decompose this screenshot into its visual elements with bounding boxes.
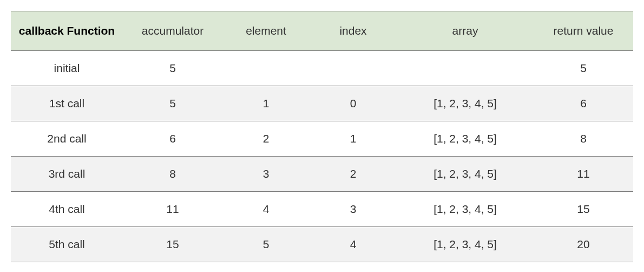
cell-return: 6 [534,86,633,121]
table-header: callback Function accumulator element in… [11,11,633,51]
header-index: index [310,11,397,51]
cell-index: 2 [310,157,397,192]
cell-element: 5 [222,227,310,262]
cell-call: 4th call [11,192,123,227]
cell-element: 3 [222,157,310,192]
cell-array: [1, 2, 3, 4, 5] [397,86,534,121]
cell-index: 4 [310,227,397,262]
cell-call: 2nd call [11,121,123,157]
reduce-trace-table: callback Function accumulator element in… [11,11,633,262]
cell-accumulator: 8 [123,157,222,192]
cell-call: initial [11,51,123,86]
cell-accumulator: 6 [123,121,222,157]
cell-return: 15 [534,192,633,227]
cell-index: 0 [310,86,397,121]
cell-call: 3rd call [11,157,123,192]
header-row: callback Function accumulator element in… [11,11,633,51]
cell-index [310,51,397,86]
header-element: element [222,11,310,51]
table-row: 3rd call 8 3 2 [1, 2, 3, 4, 5] 11 [11,157,633,192]
cell-call: 1st call [11,86,123,121]
table-row: 4th call 11 4 3 [1, 2, 3, 4, 5] 15 [11,192,633,227]
cell-accumulator: 15 [123,227,222,262]
cell-index: 3 [310,192,397,227]
cell-return: 8 [534,121,633,157]
header-callback-function: callback Function [11,11,123,51]
header-return-value: return value [534,11,633,51]
callback-table: callback Function accumulator element in… [11,11,633,262]
cell-call: 5th call [11,227,123,262]
header-array: array [397,11,534,51]
cell-accumulator: 5 [123,86,222,121]
table-row: initial 5 5 [11,51,633,86]
cell-accumulator: 11 [123,192,222,227]
cell-return: 11 [534,157,633,192]
cell-accumulator: 5 [123,51,222,86]
header-accumulator: accumulator [123,11,222,51]
cell-array: [1, 2, 3, 4, 5] [397,121,534,157]
table-row: 1st call 5 1 0 [1, 2, 3, 4, 5] 6 [11,86,633,121]
table-body: initial 5 5 1st call 5 1 0 [1, 2, 3, 4, … [11,51,633,262]
cell-array: [1, 2, 3, 4, 5] [397,227,534,262]
cell-return: 20 [534,227,633,262]
cell-array: [1, 2, 3, 4, 5] [397,192,534,227]
cell-element: 4 [222,192,310,227]
cell-array: [1, 2, 3, 4, 5] [397,157,534,192]
cell-element: 1 [222,86,310,121]
cell-array [397,51,534,86]
cell-element: 2 [222,121,310,157]
cell-element [222,51,310,86]
cell-return: 5 [534,51,633,86]
table-row: 5th call 15 5 4 [1, 2, 3, 4, 5] 20 [11,227,633,262]
table-row: 2nd call 6 2 1 [1, 2, 3, 4, 5] 8 [11,121,633,157]
cell-index: 1 [310,121,397,157]
